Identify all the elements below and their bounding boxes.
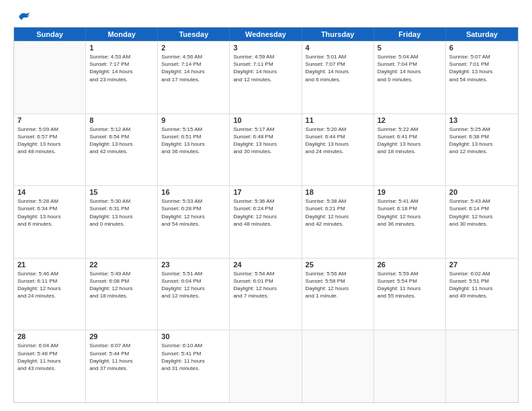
cell-line: and 12 minutes. [233,76,298,83]
cal-week-row-0: 1Sunrise: 4:53 AMSunset: 7:17 PMDaylight… [14,41,518,113]
cal-cell [302,330,374,402]
day-number: 14 [17,188,82,196]
day-number: 19 [378,188,442,196]
cell-line: and 0 minutes. [89,220,154,228]
cell-line: and 42 minutes. [306,220,370,228]
cal-cell: 20Sunrise: 5:43 AMSunset: 6:14 PMDayligh… [446,186,518,258]
day-number: 24 [233,261,298,269]
cell-line: and 12 minutes. [161,292,226,300]
day-number: 2 [161,44,226,52]
cal-cell: 22Sunrise: 5:49 AMSunset: 6:08 PMDayligh… [86,259,158,330]
cell-line: Daylight: 13 hours [17,140,82,148]
cell-line: Sunrise: 5:59 AM [378,270,442,277]
cal-cell: 7Sunrise: 5:09 AMSunset: 6:57 PMDaylight… [14,114,86,186]
cell-line: Daylight: 13 hours [378,140,442,148]
cell-line: and 54 minutes. [449,76,515,83]
cell-line: and 49 minutes. [449,292,515,300]
cell-line: and 6 minutes. [306,76,370,83]
cal-cell: 18Sunrise: 5:38 AMSunset: 6:21 PMDayligh… [302,186,374,258]
cell-line: Sunset: 6:41 PM [378,133,442,140]
cell-line: Sunset: 6:31 PM [89,205,154,212]
cell-line: Sunrise: 5:17 AM [233,126,298,133]
cal-cell: 14Sunrise: 5:28 AMSunset: 6:34 PMDayligh… [14,186,86,258]
cal-cell: 3Sunrise: 4:59 AMSunset: 7:11 PMDaylight… [230,42,302,113]
cal-header-cell-monday: Monday [86,28,158,41]
cell-line: Sunrise: 5:09 AM [17,126,82,133]
cell-line: Sunrise: 4:59 AM [233,53,298,60]
calendar-body: 1Sunrise: 4:53 AMSunset: 7:17 PMDaylight… [14,41,518,402]
cell-line: Sunrise: 5:20 AM [306,126,370,133]
cal-cell: 6Sunrise: 5:07 AMSunset: 7:01 PMDaylight… [446,42,518,113]
day-number: 23 [161,261,226,269]
cell-line: Sunset: 6:04 PM [161,277,226,285]
cal-cell: 28Sunrise: 6:04 AMSunset: 5:48 PMDayligh… [14,330,86,402]
day-number: 20 [449,188,515,196]
day-number: 12 [378,116,442,124]
header [13,11,519,20]
cell-line: Sunrise: 5:22 AM [378,126,442,133]
cell-line: Daylight: 13 hours [89,140,154,148]
cal-cell: 8Sunrise: 5:12 AMSunset: 6:54 PMDaylight… [86,114,158,186]
cal-cell: 24Sunrise: 5:54 AMSunset: 6:01 PMDayligh… [230,259,302,330]
logo [13,11,31,20]
cell-line: Sunset: 6:14 PM [449,205,515,212]
cell-line: Daylight: 13 hours [17,213,82,220]
logo-bird-icon [16,11,31,23]
cell-line: Sunset: 6:34 PM [17,205,82,212]
cal-header-cell-thursday: Thursday [302,28,374,41]
cal-cell [374,330,446,402]
cell-line: Daylight: 12 hours [89,285,154,292]
cell-line: Sunrise: 6:02 AM [449,270,515,277]
cell-line: Sunrise: 5:04 AM [378,53,442,60]
cell-line: Sunrise: 5:28 AM [17,197,82,205]
cell-line: and 0 minutes. [378,76,442,83]
cell-line: Sunrise: 6:07 AM [89,342,154,349]
cell-line: Daylight: 13 hours [306,140,370,148]
cell-line: Daylight: 13 hours [89,213,154,220]
cell-line: Daylight: 11 hours [161,357,226,365]
cell-line: and 30 minutes. [449,220,515,228]
cell-line: Sunset: 5:48 PM [17,350,82,357]
cell-line: Daylight: 11 hours [378,285,442,292]
cell-line: Daylight: 12 hours [306,213,370,220]
cal-header-cell-saturday: Saturday [446,28,518,41]
cal-cell: 29Sunrise: 6:07 AMSunset: 5:44 PMDayligh… [86,330,158,402]
cell-line: Sunrise: 4:56 AM [161,53,226,60]
cell-line: Sunrise: 5:01 AM [306,53,370,60]
cell-line: Daylight: 13 hours [449,140,515,148]
cell-line: Daylight: 11 hours [449,285,515,292]
cal-cell: 25Sunrise: 5:56 AMSunset: 5:58 PMDayligh… [302,259,374,330]
cal-cell: 17Sunrise: 5:36 AMSunset: 6:24 PMDayligh… [230,186,302,258]
day-number: 6 [449,44,515,52]
cal-cell [14,42,86,113]
cell-line: Sunrise: 5:25 AM [449,126,515,133]
day-number: 15 [89,188,154,196]
cell-line: Daylight: 14 hours [306,68,370,75]
cell-line: Sunrise: 5:07 AM [449,53,515,60]
cell-line: Sunrise: 5:41 AM [378,197,442,205]
cal-cell: 9Sunrise: 5:15 AMSunset: 6:51 PMDaylight… [158,114,230,186]
cell-line: and 42 minutes. [89,148,154,155]
cell-line: Sunrise: 5:54 AM [233,270,298,277]
cell-line: and 36 minutes. [378,220,442,228]
cell-line: Sunset: 7:11 PM [233,60,298,68]
day-number: 3 [233,44,298,52]
day-number: 5 [378,44,442,52]
cell-line: and 17 minutes. [161,76,226,83]
day-number: 22 [89,261,154,269]
cell-line: Sunset: 6:21 PM [306,205,370,212]
cell-line: and 24 minutes. [17,292,82,300]
cell-line: Sunrise: 6:10 AM [161,342,226,349]
day-number: 11 [306,116,370,124]
day-number: 26 [378,261,442,269]
cell-line: Sunrise: 5:49 AM [89,270,154,277]
calendar-header-row: SundayMondayTuesdayWednesdayThursdayFrid… [14,28,518,41]
calendar: SundayMondayTuesdayWednesdayThursdayFrid… [13,27,519,403]
cal-header-cell-sunday: Sunday [14,28,86,41]
cell-line: and 54 minutes. [161,220,226,228]
cell-line: and 23 minutes. [89,76,154,83]
cell-line: Sunset: 6:24 PM [233,205,298,212]
cell-line: and 30 minutes. [233,148,298,155]
cal-cell: 4Sunrise: 5:01 AMSunset: 7:07 PMDaylight… [302,42,374,113]
cal-cell: 21Sunrise: 5:46 AMSunset: 6:11 PMDayligh… [14,259,86,330]
